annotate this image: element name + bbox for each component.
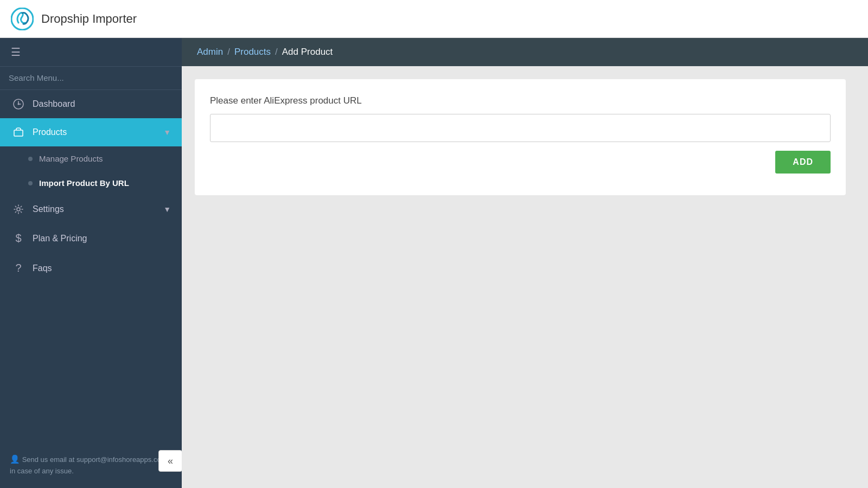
breadcrumb-sep-1: / <box>227 47 230 57</box>
manage-products-label: Manage Products <box>39 154 103 163</box>
app-title: Dropship Importer <box>41 12 137 26</box>
dollar-icon: $ <box>11 232 26 245</box>
add-button[interactable]: ADD <box>775 151 831 174</box>
breadcrumb-add-product: Add Product <box>282 47 333 57</box>
sidebar-subitem-import-product[interactable]: Import Product By URL <box>0 171 182 195</box>
sidebar-item-dashboard-label: Dashboard <box>33 99 171 109</box>
sidebar-item-faqs-label: Faqs <box>33 264 171 273</box>
collapse-icon: « <box>168 455 173 467</box>
svg-point-4 <box>17 208 20 211</box>
breadcrumb-sep-2: / <box>275 47 278 57</box>
nav-header: ☰ <box>0 38 182 67</box>
import-card: Please enter AliExpress product URL ADD <box>195 79 846 195</box>
sidebar-item-plan-pricing-label: Plan & Pricing <box>33 234 171 243</box>
settings-chevron-icon: ▼ <box>163 205 171 214</box>
user-icon: 👤 <box>10 454 20 464</box>
card-label: Please enter AliExpress product URL <box>210 95 831 106</box>
add-btn-row: ADD <box>210 151 831 174</box>
hamburger-icon[interactable]: ☰ <box>11 46 21 59</box>
products-chevron-icon: ▼ <box>163 128 171 137</box>
sidebar-item-products-label: Products <box>33 127 163 137</box>
svg-point-0 <box>11 8 33 30</box>
breadcrumb-admin[interactable]: Admin <box>197 47 223 57</box>
sidebar-item-faqs[interactable]: ? Faqs <box>0 253 182 283</box>
search-input[interactable] <box>9 73 173 82</box>
svg-rect-3 <box>14 130 23 136</box>
products-icon <box>11 127 26 138</box>
sidebar-item-settings[interactable]: Settings ▼ <box>0 195 182 223</box>
sidebar-item-settings-label: Settings <box>33 204 163 214</box>
svg-point-2 <box>18 104 20 105</box>
sidebar-item-products[interactable]: Products ▼ <box>0 118 182 146</box>
breadcrumb-bar: Admin / Products / Add Product <box>182 38 868 66</box>
sidebar-subitem-manage-products[interactable]: Manage Products <box>0 146 182 171</box>
app-logo-icon <box>11 8 34 30</box>
aliexpress-url-input[interactable] <box>210 114 831 142</box>
breadcrumb-products[interactable]: Products <box>234 47 271 57</box>
question-icon: ? <box>11 262 26 274</box>
dashboard-icon <box>11 99 26 110</box>
settings-icon <box>11 204 26 215</box>
sidebar-item-dashboard[interactable]: Dashboard <box>0 90 182 118</box>
search-container <box>0 67 182 90</box>
collapse-sidebar-button[interactable]: « <box>158 450 182 472</box>
content-area: Admin / Products / Add Product Please en… <box>182 38 868 488</box>
support-message: Send us email at support@infoshoreapps.c… <box>10 455 167 475</box>
sidebar-item-plan-pricing[interactable]: $ Plan & Pricing <box>0 223 182 253</box>
page-content: Please enter AliExpress product URL ADD <box>182 66 868 488</box>
main-layout: ☰ Dashboard Pr <box>0 38 868 488</box>
support-text: 👤 Send us email at support@infoshoreapps… <box>0 442 182 488</box>
top-header: Dropship Importer <box>0 0 868 38</box>
sidebar: ☰ Dashboard Pr <box>0 38 182 488</box>
import-product-label: Import Product By URL <box>39 178 129 188</box>
